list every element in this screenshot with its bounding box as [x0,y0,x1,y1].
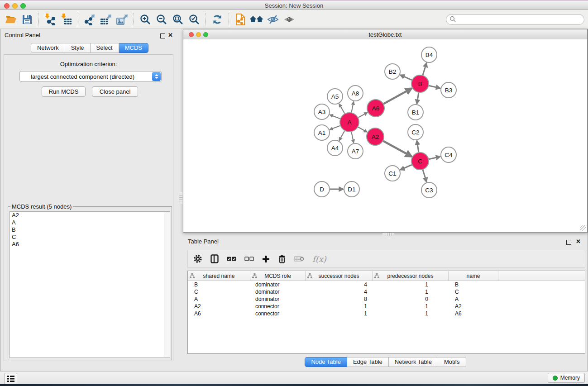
node-A2[interactable]: A2 [367,128,384,145]
node-C[interactable]: C [411,152,429,170]
search-input[interactable] [456,15,584,24]
close-panel-button[interactable]: Close panel [92,86,138,97]
cell-successor-nodes[interactable]: 1 [306,303,373,310]
hide-graphics-button[interactable] [266,11,280,28]
edge-B-B4[interactable] [423,63,426,75]
node-D1[interactable]: D1 [344,181,359,197]
export-network-button[interactable] [82,11,97,28]
apply-layout-button[interactable] [210,11,225,28]
column-header-predecessor-nodes[interactable]: predecessor nodes [373,271,449,281]
mcds-result-item[interactable]: A6 [10,241,170,248]
node-B2[interactable]: B2 [385,64,400,79]
edge-A-A2[interactable] [358,127,367,132]
function-builder-button[interactable]: f(x) [312,253,326,265]
edge-A-A7[interactable] [351,132,354,143]
session-details-button[interactable] [233,11,248,28]
node-A6[interactable]: A6 [367,100,384,117]
table-tab-network-table[interactable]: Network Table [389,357,438,367]
mcds-result-item[interactable]: B [10,226,170,234]
import-network-button[interactable] [43,11,57,28]
table-row[interactable]: Bdominator41B [188,281,585,288]
edge-A-A6[interactable] [358,113,367,118]
cell-MCDS-role[interactable]: dominator [250,288,306,295]
cell-shared-name[interactable]: A6 [188,310,250,317]
edge-B-B2[interactable] [400,75,411,80]
cell-successor-nodes[interactable]: 4 [306,281,373,288]
table-tab-motifs[interactable]: Motifs [438,357,466,367]
mcds-result-item[interactable]: C [10,234,170,241]
node-C1[interactable]: C1 [385,166,400,181]
edge-C-C4[interactable] [429,157,440,159]
network-window-titlebar[interactable]: testGlobe.txt [183,29,587,40]
panel-divider-grip[interactable] [382,233,394,236]
close-panel-icon[interactable]: ✕ [576,238,581,245]
edge-B-B3[interactable] [429,86,440,88]
edge-A-A3[interactable] [330,115,340,119]
column-header-shared-name[interactable]: shared name [188,271,250,281]
delete-columns-button[interactable] [278,253,286,265]
edge-B-B1[interactable] [417,93,419,104]
table-row[interactable]: A2connector11A2 [188,303,585,310]
import-table-button[interactable] [59,11,74,28]
memory-button[interactable]: Memory [548,373,585,383]
cell-name[interactable]: A [449,295,498,303]
table-settings-button[interactable] [193,253,202,265]
close-panel-icon[interactable]: ✕ [168,32,173,39]
cell-predecessor-nodes[interactable]: 1 [373,281,449,288]
cell-shared-name[interactable]: A [188,295,250,303]
tab-mcds[interactable]: MCDS [119,43,148,53]
show-all-networks-button[interactable] [249,11,264,28]
table-row[interactable]: Cdominator41C [188,288,585,295]
edge-C-C1[interactable] [400,165,411,170]
cell-name[interactable]: A6 [449,310,498,317]
tab-style[interactable]: Style [65,43,91,53]
column-header-successor-nodes[interactable]: successor nodes [306,271,373,281]
cell-shared-name[interactable]: B [188,281,250,288]
table-tab-edge-table[interactable]: Edge Table [347,357,389,367]
zoom-in-button[interactable] [138,11,153,28]
network-graph[interactable]: B4B2BB3A8A5A6A3B1AC2A1A2A4A7C4CC1DD1C3 [183,39,587,232]
zoom-fit-button[interactable] [171,11,185,28]
edge-C-C3[interactable] [423,170,426,182]
mcds-result-item[interactable]: A2 [10,212,170,219]
node-table[interactable]: shared nameMCDS rolesuccessor nodesprede… [187,271,585,354]
network-canvas[interactable]: B4B2BB3A8A5A6A3B1AC2A1A2A4A7C4CC1DD1C3 [183,39,587,232]
node-B[interactable]: B [411,75,429,92]
cell-shared-name[interactable]: A2 [188,303,250,310]
node-B4[interactable]: B4 [421,47,437,62]
edge-A2-C[interactable] [383,141,412,157]
tab-network[interactable]: Network [31,43,65,53]
node-A4[interactable]: A4 [327,140,343,156]
zoom-out-button[interactable] [154,11,169,28]
resize-grip-icon[interactable] [580,225,586,231]
cell-successor-nodes[interactable]: 1 [306,310,373,317]
criterion-select[interactable]: largest connected component (directed) [19,71,162,82]
cell-predecessor-nodes[interactable]: 1 [373,288,449,295]
edge-A-A8[interactable] [351,102,354,113]
zoom-selected-button[interactable] [187,11,201,28]
node-A[interactable]: A [340,113,359,132]
mcds-result-item[interactable]: A [10,219,170,226]
run-mcds-button[interactable]: Run MCDS [42,86,86,97]
cell-name[interactable]: C [449,288,498,295]
edge-A6-B[interactable] [384,88,412,104]
export-table-button[interactable] [99,11,113,28]
export-image-button[interactable] [115,11,129,28]
node-A7[interactable]: A7 [348,143,363,159]
edge-A-A5[interactable] [339,104,344,114]
table-row[interactable]: Adominator80A [188,295,585,303]
table-row[interactable]: A6connector11A6 [188,310,585,317]
node-B3[interactable]: B3 [441,82,456,98]
node-A5[interactable]: A5 [327,89,343,104]
cell-MCDS-role[interactable]: connector [250,303,306,310]
cell-MCDS-role[interactable]: dominator [250,295,306,303]
select-all-button[interactable] [227,253,236,265]
node-B1[interactable]: B1 [408,105,423,120]
cell-predecessor-nodes[interactable]: 1 [373,303,449,310]
cell-successor-nodes[interactable]: 4 [306,288,373,295]
edge-C-C2[interactable] [417,141,419,152]
cell-MCDS-role[interactable]: dominator [250,281,306,288]
edge-A-A4[interactable] [339,131,344,140]
float-panel-icon[interactable] [566,240,571,245]
cell-predecessor-nodes[interactable]: 0 [373,295,449,303]
